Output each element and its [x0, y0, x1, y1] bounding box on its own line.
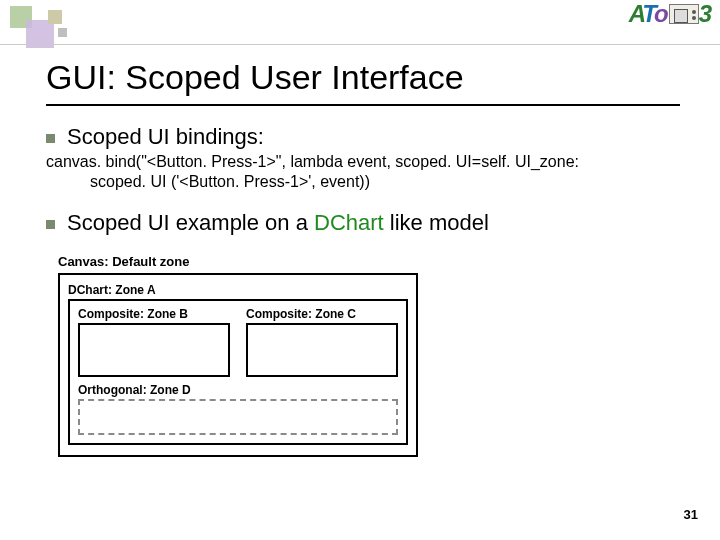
text-span: Scoped UI example on a — [67, 210, 314, 235]
bullet-item: Scoped UI bindings: — [46, 124, 680, 150]
logo-letter: T — [642, 0, 654, 27]
canvas-box: DChart: Zone A Composite: Zone B Composi… — [58, 273, 418, 457]
orthogonal-box — [78, 399, 398, 435]
code-line: canvas. bind("<Button. Press-1>", lambda… — [46, 153, 579, 170]
dchart-label: DChart: Zone A — [68, 283, 408, 297]
logo-chip-icon — [669, 4, 699, 24]
composite-box — [78, 323, 230, 377]
canvas-label: Canvas: Default zone — [58, 254, 680, 269]
page-number: 31 — [684, 507, 698, 522]
orthogonal-label: Orthogonal: Zone D — [78, 383, 398, 397]
header-thin-rule — [0, 44, 720, 45]
code-line: scoped. UI ('<Button. Press-1>', event)) — [46, 172, 680, 192]
slide-body: Scoped UI bindings: canvas. bind("<Butto… — [46, 124, 680, 457]
corner-decoration — [0, 0, 720, 50]
slide: ATo3 GUI: Scoped User Interface Scoped U… — [0, 0, 720, 540]
composites-row: Composite: Zone B Composite: Zone C — [78, 307, 398, 377]
composite-label: Composite: Zone B — [78, 307, 230, 321]
bullet-item: Scoped UI example on a DChart like model — [46, 210, 680, 236]
logo-letter: 3 — [699, 0, 710, 27]
bullet-text: Scoped UI example on a DChart like model — [67, 210, 489, 236]
logo-letter: o — [654, 0, 667, 27]
composite-c: Composite: Zone C — [246, 307, 398, 377]
slide-title: GUI: Scoped User Interface — [46, 58, 464, 97]
bullet-text: Scoped UI bindings: — [67, 124, 264, 150]
deco-square — [48, 10, 62, 24]
dchart-box: Composite: Zone B Composite: Zone C Orth… — [68, 299, 408, 445]
code-snippet: canvas. bind("<Button. Press-1>", lambda… — [46, 152, 680, 192]
title-underline — [46, 104, 680, 106]
logo: ATo3 — [629, 0, 710, 28]
composite-b: Composite: Zone B — [78, 307, 230, 377]
composite-label: Composite: Zone C — [246, 307, 398, 321]
text-span: like model — [384, 210, 489, 235]
square-bullet-icon — [46, 220, 55, 229]
highlight-text: DChart — [314, 210, 384, 235]
logo-letter: A — [629, 0, 643, 27]
composite-box — [246, 323, 398, 377]
diagram: Canvas: Default zone DChart: Zone A Comp… — [58, 254, 680, 457]
square-bullet-icon — [46, 134, 55, 143]
deco-square — [58, 28, 67, 37]
